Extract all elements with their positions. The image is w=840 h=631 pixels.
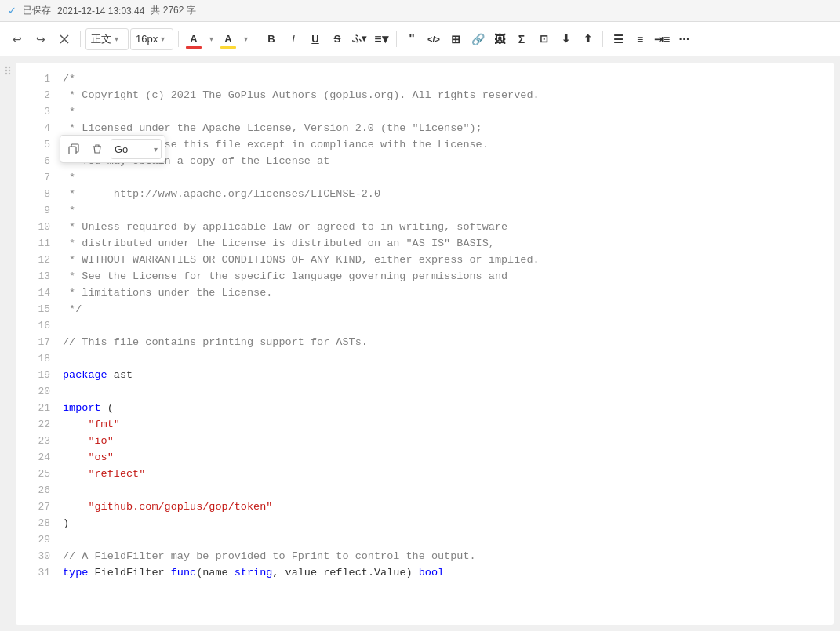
highlight-color-indicator	[220, 46, 236, 49]
highlight-button[interactable]: A	[218, 29, 238, 49]
clear-format-button[interactable]	[53, 28, 75, 50]
redo-button[interactable]: ↪	[30, 28, 52, 50]
more-button[interactable]: ⋯	[674, 29, 694, 49]
svg-rect-1	[69, 147, 76, 154]
table-row: 29	[16, 531, 834, 548]
table-row: 10 * Unless required by applicable law o…	[16, 219, 834, 235]
table-row: 11 * distributed under the License is di…	[16, 235, 834, 252]
align-button[interactable]: ≡▾	[371, 29, 391, 49]
saved-icon: ✓	[8, 5, 16, 16]
table-row: 12 * WITHOUT WARRANTIES OR CONDITIONS OF…	[16, 252, 834, 268]
highlight-arrow-button[interactable]: ▾	[240, 28, 251, 50]
highlight-label: A	[224, 33, 231, 45]
table-row: 30 // A FieldFilter may be provided to F…	[16, 548, 834, 564]
underline-button[interactable]: U	[305, 29, 325, 49]
table-row: 24 "os"	[16, 449, 834, 466]
language-arrow: ▾	[154, 145, 158, 154]
size-label: 16px	[136, 33, 158, 45]
font-color-arrow-button[interactable]: ▾	[205, 28, 216, 50]
size-select[interactable]: 16px ▾	[130, 28, 173, 50]
list-bullet-button[interactable]: ☰	[608, 29, 628, 49]
ruby-button[interactable]: ふ▾	[349, 29, 369, 49]
table-row: 20	[16, 383, 834, 400]
italic-button[interactable]: I	[283, 29, 304, 49]
table-row: 15 */	[16, 301, 834, 317]
table-row: 4 * Licensed under the Apache License, V…	[16, 120, 834, 136]
table-row: 1 /*	[16, 71, 834, 87]
table-row: 22 "fmt"	[16, 416, 834, 433]
table-row: 14 * limitations under the License.	[16, 285, 834, 301]
style-select[interactable]: 正文 ▾	[85, 28, 129, 50]
table-row: 25 "reflect"	[16, 466, 834, 482]
toolbar: ↩ ↪ 正文 ▾ 16px ▾ A ▾ A ▾ B I U S ふ▾ ≡▾ " …	[0, 22, 840, 56]
char-count: 共 2762 字	[151, 4, 195, 17]
svg-point-2	[5, 67, 7, 68]
size-arrow: ▾	[161, 34, 165, 43]
font-color-label: A	[190, 33, 197, 45]
link-button[interactable]: 🔗	[467, 29, 488, 49]
table-row: 2 * Copyright (c) 2021 The GoPlus Author…	[16, 87, 834, 103]
download-button[interactable]: ⬇	[555, 29, 576, 49]
divider-2	[178, 31, 179, 47]
saved-text: 已保存	[23, 4, 51, 17]
quote-button[interactable]: "	[402, 29, 422, 49]
table-row: 17 // This file contains printing suppor…	[16, 334, 834, 350]
formula-button[interactable]: Σ	[511, 29, 532, 49]
delete-code-button[interactable]	[87, 139, 107, 159]
divider-4	[396, 31, 397, 47]
indent-button[interactable]: ⇥≡	[652, 29, 672, 49]
divider-1	[80, 31, 81, 47]
table-row: 23 "io"	[16, 433, 834, 449]
code-inline-button[interactable]: </>	[424, 29, 444, 49]
table-row: 21 import (	[16, 400, 834, 416]
table-row: 31 type FieldFilter func(name string, va…	[16, 564, 834, 581]
upload-button[interactable]: ⬆	[577, 29, 598, 49]
style-label: 正文	[91, 32, 111, 46]
datetime: 2021-12-14 13:03:44	[57, 5, 144, 16]
table-row: 18	[16, 350, 834, 367]
svg-point-4	[5, 70, 7, 71]
code-popup: Go ▾	[60, 135, 165, 163]
font-color-button[interactable]: A	[184, 29, 204, 49]
language-label: Go	[115, 143, 128, 155]
table-row: 13 * See the License for the specific la…	[16, 268, 834, 285]
table-row: 16	[16, 317, 834, 334]
list-number-button[interactable]: ≡	[630, 29, 650, 49]
svg-point-6	[5, 73, 7, 74]
table-row: 7 *	[16, 169, 834, 186]
bold-button[interactable]: B	[261, 29, 282, 49]
drag-handle[interactable]	[0, 56, 16, 631]
embed-button[interactable]: ⊡	[533, 29, 554, 49]
copy-code-button[interactable]	[64, 139, 84, 159]
table-row: 19 package ast	[16, 367, 834, 383]
undo-button[interactable]: ↩	[6, 28, 28, 50]
divider-3	[256, 31, 256, 47]
table-row: 3 *	[16, 103, 834, 120]
status-bar: ✓ 已保存 2021-12-14 13:03:44 共 2762 字	[0, 0, 840, 22]
table-row: 28 )	[16, 515, 834, 531]
image-button[interactable]: 🖼	[489, 29, 510, 49]
table-button[interactable]: ⊞	[445, 29, 466, 49]
svg-point-3	[9, 67, 10, 68]
font-color-indicator	[186, 46, 202, 49]
table-row: 26	[16, 482, 834, 499]
divider-5	[602, 31, 603, 47]
svg-point-7	[9, 73, 10, 74]
table-row: 9 *	[16, 202, 834, 219]
style-arrow: ▾	[115, 34, 118, 43]
table-row: 8 * http://www.apache.org/licenses/LICEN…	[16, 186, 834, 202]
strikethrough-button[interactable]: S	[327, 29, 347, 49]
table-row: 27 "github.com/goplus/gop/token"	[16, 499, 834, 515]
svg-point-5	[9, 70, 10, 71]
language-select[interactable]: Go ▾	[111, 139, 162, 159]
